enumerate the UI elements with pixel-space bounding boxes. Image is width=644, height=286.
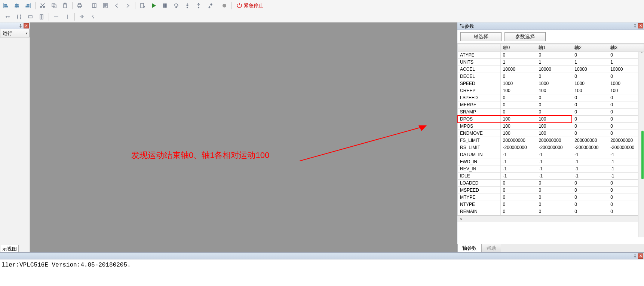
param-value-cell[interactable]: 100 — [500, 130, 536, 137]
param-value-cell[interactable]: 0 — [500, 52, 536, 59]
param-value-cell[interactable]: 0 — [500, 73, 536, 80]
param-value-cell[interactable]: 0 — [536, 109, 572, 116]
breakpoint-icon[interactable] — [204, 1, 215, 10]
rect-icon[interactable] — [25, 12, 36, 22]
tool-align-left-icon[interactable] — [0, 1, 11, 10]
param-value-cell[interactable]: 0 — [572, 194, 608, 201]
horizontal-scrollbar[interactable]: < > — [457, 215, 644, 222]
param-value-cell[interactable]: -1 — [572, 158, 608, 165]
left-bottom-tab[interactable]: 示视图 — [0, 245, 19, 252]
compile-icon[interactable] — [137, 1, 148, 10]
param-value-cell[interactable]: -1 — [536, 173, 572, 180]
pin-icon[interactable] — [633, 254, 637, 258]
param-value-cell[interactable]: 0 — [536, 73, 572, 80]
param-value-cell[interactable]: 0 — [572, 201, 608, 208]
braces-icon[interactable] — [13, 12, 25, 22]
param-value-cell[interactable]: 0 — [536, 187, 572, 194]
param-value-cell[interactable]: 0 — [536, 52, 572, 59]
param-value-cell[interactable]: 0 — [536, 201, 572, 208]
tab-help[interactable]: 帮助 — [482, 244, 501, 252]
param-value-cell[interactable]: 0 — [572, 130, 608, 137]
param-value-cell[interactable]: 10000 — [536, 66, 572, 73]
contact-icon[interactable] — [76, 12, 88, 22]
param-value-cell[interactable]: 1000 — [536, 80, 572, 87]
param-value-cell[interactable]: 1000 — [572, 80, 608, 87]
param-value-cell[interactable]: 0 — [500, 101, 536, 109]
arrow-left-icon[interactable] — [111, 1, 122, 10]
param-value-cell[interactable]: -1 — [536, 165, 572, 173]
close-icon[interactable]: ✕ — [24, 23, 29, 28]
col-axis3[interactable]: 轴3 — [608, 44, 644, 52]
param-value-cell[interactable]: 0 — [572, 180, 608, 187]
param-value-cell[interactable]: -200000000 — [572, 144, 608, 151]
col-axis0[interactable]: 轴0 — [500, 44, 536, 52]
step-into-icon[interactable] — [182, 1, 193, 10]
param-value-cell[interactable]: 0 — [500, 94, 536, 101]
col-axis1[interactable]: 轴1 — [536, 44, 572, 52]
param-value-cell[interactable]: 0 — [500, 194, 536, 201]
door-icon[interactable] — [36, 12, 47, 22]
param-value-cell[interactable]: 1 — [536, 59, 572, 66]
param-value-cell[interactable]: 0 — [572, 208, 608, 215]
print-icon[interactable] — [74, 1, 85, 10]
line-h-icon[interactable] — [50, 12, 62, 22]
pin-icon[interactable] — [18, 24, 23, 28]
param-value-cell[interactable]: -1 — [500, 165, 536, 173]
paste-icon[interactable] — [59, 1, 71, 10]
param-value-cell[interactable]: 200000000 — [500, 137, 536, 144]
param-value-cell[interactable]: 1000 — [500, 80, 536, 87]
tool-align-right-icon[interactable] — [22, 1, 34, 10]
align-h-icon[interactable] — [2, 12, 13, 22]
col-axis2[interactable]: 轴2 — [572, 44, 608, 52]
param-value-cell[interactable]: 0 — [572, 73, 608, 80]
param-value-cell[interactable]: 0 — [500, 208, 536, 215]
scroll-thumb[interactable] — [641, 131, 644, 179]
param-value-cell[interactable]: 0 — [536, 94, 572, 101]
param-value-cell[interactable]: 0 — [500, 109, 536, 116]
step-over-icon[interactable] — [171, 1, 182, 10]
scroll-left-icon[interactable]: < — [458, 216, 464, 222]
param-value-cell[interactable]: 100 — [572, 87, 608, 94]
param-value-cell[interactable]: 200000000 — [572, 137, 608, 144]
coil-icon[interactable] — [88, 12, 99, 22]
param-value-cell[interactable]: 0 — [572, 52, 608, 59]
param-value-cell[interactable]: -200000000 — [536, 144, 572, 151]
param-value-cell[interactable]: 0 — [572, 101, 608, 109]
copy-icon[interactable] — [48, 1, 59, 10]
param-value-cell[interactable]: -1 — [572, 151, 608, 158]
param-value-cell[interactable]: -1 — [572, 173, 608, 180]
param-value-cell[interactable]: 100 — [500, 116, 536, 123]
book-icon[interactable] — [89, 1, 100, 10]
param-value-cell[interactable]: 0 — [572, 187, 608, 194]
param-value-cell[interactable]: 0 — [572, 94, 608, 101]
param-value-cell[interactable]: 100 — [500, 123, 536, 130]
select-axis-button[interactable]: 轴选择 — [460, 32, 502, 41]
line-v-icon[interactable] — [62, 12, 73, 22]
emergency-stop-button[interactable]: 紧急停止 — [233, 2, 266, 9]
param-value-cell[interactable]: 0 — [572, 109, 608, 116]
param-value-cell[interactable]: 0 — [536, 208, 572, 215]
param-value-cell[interactable]: 0 — [572, 123, 608, 130]
param-value-cell[interactable]: 0 — [536, 180, 572, 187]
param-value-cell[interactable]: 0 — [500, 187, 536, 194]
param-value-cell[interactable]: 0 — [500, 180, 536, 187]
param-value-cell[interactable]: -1 — [572, 165, 608, 173]
param-value-cell[interactable]: 200000000 — [536, 137, 572, 144]
vertical-scrollbar[interactable]: ˇ — [638, 52, 644, 237]
param-value-cell[interactable]: 0 — [536, 101, 572, 109]
param-value-cell[interactable]: 1 — [500, 59, 536, 66]
param-value-cell[interactable]: -200000000 — [500, 144, 536, 151]
param-value-cell[interactable]: 0 — [572, 116, 608, 123]
param-value-cell[interactable]: 10000 — [500, 66, 536, 73]
stop-icon[interactable] — [219, 1, 230, 10]
step-out-icon[interactable] — [193, 1, 204, 10]
left-tab-run[interactable]: 运行 ▾ — [0, 29, 30, 37]
param-value-cell[interactable]: 0 — [536, 194, 572, 201]
param-value-cell[interactable]: 1 — [572, 59, 608, 66]
close-icon[interactable]: ✕ — [638, 253, 643, 259]
param-value-cell[interactable]: 100 — [536, 123, 572, 130]
param-value-cell[interactable]: -1 — [500, 151, 536, 158]
select-param-button[interactable]: 参数选择 — [505, 32, 546, 41]
run-icon[interactable] — [148, 1, 159, 10]
cut-icon[interactable] — [37, 1, 48, 10]
